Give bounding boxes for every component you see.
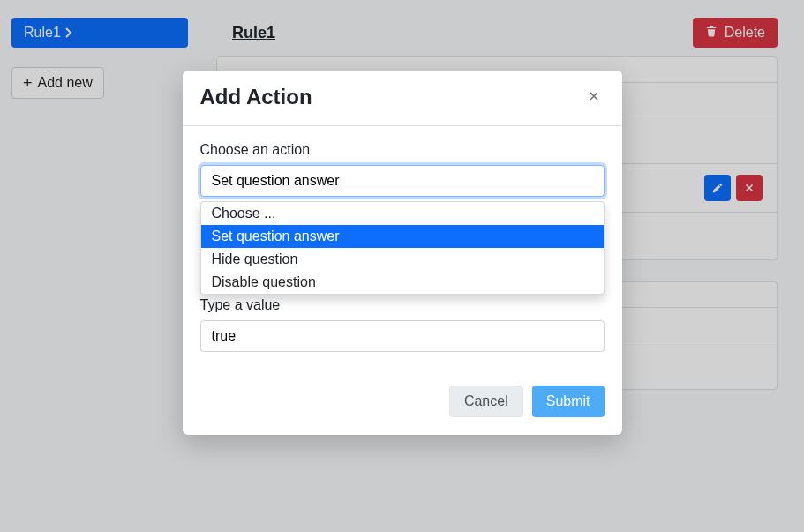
modal-footer: Cancel Submit [183, 373, 622, 435]
value-field-wrap [200, 320, 605, 352]
cancel-button[interactable]: Cancel [449, 386, 523, 417]
dropdown-item[interactable]: Choose ... [201, 202, 604, 225]
modal-title: Add Action [200, 85, 312, 109]
action-dropdown: Choose ... Set question answer Hide ques… [200, 201, 605, 295]
value-input[interactable] [200, 320, 605, 352]
close-icon [587, 93, 601, 106]
modal-overlay[interactable]: Add Action Choose an action Choose ... S… [0, 0, 804, 532]
choose-action-label: Choose an action [200, 142, 605, 158]
dropdown-item[interactable]: Hide question [201, 248, 604, 271]
action-select[interactable]: Choose ... Set question answer Hide ques… [200, 165, 605, 197]
add-action-modal: Add Action Choose an action Choose ... S… [183, 71, 622, 435]
modal-header: Add Action [183, 71, 622, 126]
type-value-label: Type a value [200, 297, 605, 313]
action-select-input[interactable] [200, 165, 605, 197]
close-button[interactable] [583, 86, 605, 109]
dropdown-item[interactable]: Disable question [201, 271, 604, 294]
submit-button[interactable]: Submit [532, 386, 605, 417]
dropdown-item[interactable]: Set question answer [201, 225, 604, 248]
modal-body: Choose an action Choose ... Set question… [183, 126, 622, 373]
